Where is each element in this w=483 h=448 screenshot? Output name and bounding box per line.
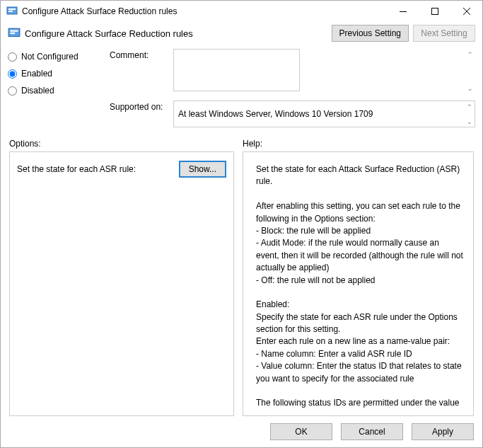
comment-scroll[interactable]: ⌃ ⌄ (465, 49, 475, 93)
help-line: After enabling this setting, you can set… (256, 200, 463, 225)
options-label: Options: (9, 139, 243, 149)
window-title: Configure Attack Surface Reduction rules (22, 6, 387, 16)
scroll-down-icon: ⌄ (464, 116, 475, 127)
supported-row: Supported on: At least Windows Server, W… (110, 100, 475, 127)
radio-enabled-label: Enabled (21, 69, 52, 79)
body-area: Not Configured Enabled Disabled Comment:… (1, 49, 482, 134)
help-line: The following status IDs are permitted u… (256, 397, 463, 408)
supported-scroll: ⌃ ⌄ (464, 101, 475, 127)
radio-not-configured-input[interactable] (8, 52, 17, 62)
help-line: - Value column: Enter the status ID that… (256, 360, 463, 385)
svg-rect-7 (10, 30, 18, 32)
svg-rect-1 (8, 8, 16, 10)
options-panel: Set the state for each ASR rule: Show... (9, 151, 234, 416)
policy-icon (8, 27, 21, 40)
header-title: Configure Attack Surface Reduction rules (25, 28, 327, 39)
radio-enabled[interactable]: Enabled (8, 69, 100, 79)
svg-rect-8 (10, 33, 15, 34)
dialog-window: Configure Attack Surface Reduction rules… (0, 0, 483, 448)
scroll-up-icon: ⌃ (464, 101, 475, 112)
header-row: Configure Attack Surface Reduction rules… (1, 22, 482, 49)
fields-column: Comment: ⌃ ⌄ Supported on: At least Wind… (110, 49, 475, 127)
scroll-up-icon[interactable]: ⌃ (465, 49, 475, 59)
help-text[interactable]: Set the state for each Attack Surface Re… (250, 159, 466, 408)
close-button[interactable] (450, 1, 482, 22)
comment-textarea[interactable] (173, 49, 300, 91)
panels: Set the state for each ASR rule: Show...… (1, 151, 482, 416)
help-line: Enabled: (256, 299, 463, 311)
help-panel: Set the state for each Attack Surface Re… (243, 151, 474, 416)
maximize-button[interactable] (419, 1, 450, 22)
section-labels: Options: Help: (1, 134, 482, 151)
footer: OK Cancel Apply (1, 416, 482, 447)
state-radios: Not Configured Enabled Disabled (8, 49, 100, 127)
help-line: Set the state for each Attack Surface Re… (256, 163, 463, 188)
radio-disabled[interactable]: Disabled (8, 86, 100, 96)
next-setting-button: Next Setting (413, 25, 475, 42)
supported-value-box: At least Windows Server, Windows 10 Vers… (173, 100, 475, 127)
radio-disabled-input[interactable] (8, 86, 17, 96)
supported-label: Supported on: (110, 100, 168, 112)
svg-rect-3 (431, 8, 438, 15)
help-line: Enter each rule on a new line as a name-… (256, 335, 463, 348)
scroll-down-icon[interactable]: ⌄ (465, 83, 475, 93)
help-line: - Name column: Enter a valid ASR rule ID (256, 348, 463, 360)
help-line: - Audit Mode: if the rule would normally… (256, 237, 463, 274)
radio-not-configured-label: Not Configured (21, 52, 78, 62)
previous-setting-button[interactable]: Previous Setting (332, 25, 409, 42)
help-label: Help: (243, 139, 262, 149)
options-row-label: Set the state for each ASR rule: (17, 164, 136, 174)
radio-disabled-label: Disabled (21, 86, 54, 96)
help-line: - Off: the rule will not be applied (256, 275, 463, 287)
help-line: - Block: the rule will be applied (256, 225, 463, 237)
apply-button[interactable]: Apply (412, 423, 474, 440)
policy-icon (6, 6, 18, 17)
ok-button[interactable]: OK (270, 423, 332, 440)
options-row: Set the state for each ASR rule: Show... (17, 161, 226, 178)
show-button[interactable]: Show... (179, 161, 226, 178)
radio-not-configured[interactable]: Not Configured (8, 52, 100, 62)
cancel-button[interactable]: Cancel (341, 423, 403, 440)
comment-row: Comment: ⌃ ⌄ (110, 49, 475, 93)
svg-rect-2 (8, 11, 13, 12)
titlebar: Configure Attack Surface Reduction rules (1, 1, 482, 22)
minimize-button[interactable] (387, 1, 419, 22)
comment-label: Comment: (110, 49, 168, 60)
supported-value: At least Windows Server, Windows 10 Vers… (178, 109, 373, 119)
help-line: Specify the state for each ASR rule unde… (256, 311, 463, 336)
radio-enabled-input[interactable] (8, 69, 17, 79)
